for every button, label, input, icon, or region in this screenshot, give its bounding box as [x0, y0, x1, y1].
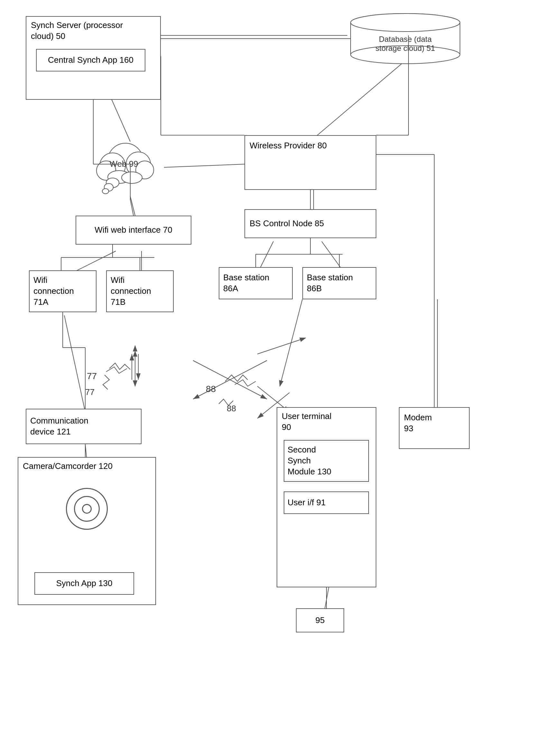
camera-lens	[66, 488, 108, 530]
central-synch-app-label: Central Synch App 160	[48, 55, 134, 66]
bs-control-node-box: BS Control Node 85	[244, 209, 376, 238]
svg-point-34	[102, 189, 109, 194]
svg-line-71	[257, 338, 305, 354]
central-synch-app-box: Central Synch App 160	[36, 49, 145, 72]
box-95-label: 95	[316, 615, 325, 626]
base-station-86a-box: Base station 86A	[219, 267, 293, 299]
svg-line-10	[322, 241, 343, 270]
svg-text:storage cloud) 51: storage cloud) 51	[375, 44, 435, 53]
arrow-77	[122, 348, 161, 393]
synch-server-box: Synch Server (processor cloud) 50 Centra…	[26, 16, 161, 100]
svg-line-53	[164, 164, 244, 167]
svg-text:88: 88	[227, 404, 236, 412]
svg-line-54	[130, 199, 134, 216]
comm-device-label: Communication device 121	[30, 415, 88, 438]
svg-line-4	[314, 58, 408, 138]
svg-line-9	[259, 241, 274, 270]
wifi-web-interface-box: Wifi web interface 70	[76, 216, 192, 245]
wifi-connection-71b-label: Wifi connection 71B	[111, 275, 151, 307]
base-station-86b-box: Base station 86B	[302, 267, 376, 299]
wifi-connection-71a-label: Wifi connection 71A	[34, 275, 74, 307]
database-box: Database (data storage cloud) 51	[347, 13, 463, 64]
wireless-provider-box: Wireless Provider 80	[244, 135, 376, 190]
synch-server-label: Synch Server (processor cloud) 50	[31, 20, 123, 41]
wireless-provider-label: Wireless Provider 80	[249, 140, 327, 151]
bs-control-node-label: BS Control Node 85	[249, 218, 324, 229]
svg-point-31	[122, 172, 142, 183]
wifi-web-interface-label: Wifi web interface 70	[95, 225, 172, 236]
comm-device-box: Communication device 121	[26, 409, 142, 444]
svg-text:Database (data: Database (data	[379, 35, 432, 43]
user-terminal-box: User terminal90 Second Synch Module 130 …	[277, 407, 376, 587]
box-95: 95	[296, 608, 344, 633]
wifi-connection-71a-box: Wifi connection 71A	[29, 270, 97, 312]
modem-box: Modem 93	[399, 407, 469, 449]
svg-line-70	[280, 299, 302, 386]
wifi-connection-71b-box: Wifi connection 71B	[106, 270, 174, 312]
user-if-box: User i/f 91	[284, 491, 369, 514]
arrow-88: 88	[186, 354, 283, 412]
svg-marker-39	[133, 381, 137, 386]
camera-label: Camera/Camcorder 120	[23, 461, 151, 472]
synch-app-130-box: Synch App 130	[35, 572, 134, 595]
svg-point-22	[351, 14, 460, 32]
svg-text:77: 77	[85, 387, 95, 397]
svg-marker-38	[133, 351, 137, 356]
user-terminal-label: User terminal90	[282, 411, 371, 433]
base-station-86a-label: Base station 86A	[223, 272, 269, 294]
camera-outer-box: Camera/Camcorder 120 Synch App 130	[18, 457, 156, 605]
second-synch-label: Second Synch Module 130	[287, 444, 331, 477]
synch-app-130-label: Synch App 130	[56, 578, 113, 589]
modem-label: Modem 93	[404, 412, 432, 434]
second-synch-box: Second Synch Module 130	[284, 440, 369, 482]
user-if-label: User i/f 91	[287, 497, 326, 508]
diagram: Synch Server (processor cloud) 50 Centra…	[0, 0, 560, 756]
base-station-86b-label: Base station 86B	[307, 272, 353, 294]
web-cloud: Web 99	[87, 135, 164, 199]
svg-text:Web 99: Web 99	[109, 159, 138, 169]
